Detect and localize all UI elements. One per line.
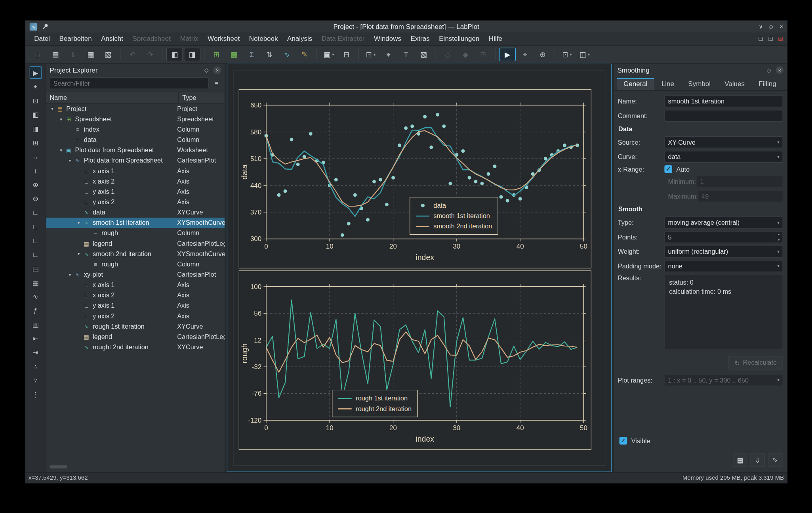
add-axis-top-tool-button[interactable]: ∟: [29, 234, 42, 247]
tree-row-index-column[interactable]: ≡indexColumn: [46, 124, 225, 135]
tab-general[interactable]: General: [617, 78, 654, 90]
crosshair-tool-button[interactable]: ⌖: [29, 80, 42, 93]
auto-label[interactable]: Auto: [676, 166, 690, 173]
tree-row-x-axis-1-axis[interactable]: ∟x axis 1Axis: [46, 280, 225, 290]
menu-notebook[interactable]: Notebook: [244, 33, 282, 45]
tree-row-y-axis-1-axis[interactable]: ∟y axis 1Axis: [46, 187, 225, 197]
scrollbar-thumb[interactable]: [50, 465, 67, 469]
tree-row-data-xycurve[interactable]: ∿dataXYCurve: [46, 207, 225, 218]
close-dock-icon[interactable]: ×: [776, 66, 783, 74]
tree-row-rought-2nd-iteration-xycurve[interactable]: ∿rought 2nd iterationXYCurve: [46, 342, 225, 352]
tab-filling[interactable]: Filling: [752, 78, 783, 90]
visible-label[interactable]: Visible: [631, 437, 650, 444]
tree-row-rough-column[interactable]: ≡roughColumn: [46, 259, 225, 270]
spin-down-icon[interactable]: ▾: [775, 237, 782, 243]
auto-scale-x-tool-button[interactable]: ↔: [29, 150, 42, 163]
new-spreadsheet-button[interactable]: ⊞: [208, 48, 225, 61]
points-input[interactable]: [664, 231, 783, 243]
type-select[interactable]: moving average (central) ▾: [664, 216, 783, 228]
menu-ansicht[interactable]: Ansicht: [97, 33, 128, 45]
menu-extras[interactable]: Extras: [406, 33, 435, 45]
plot-data-from-spreadsheet-plot[interactable]: 01020304050300370440510580650indexdata d…: [239, 89, 591, 268]
tree-row-plot-data-from-spreadsheet-worksheet[interactable]: ▾▣Plot data from SpreadsheetWorksheet: [46, 145, 225, 155]
expander-icon[interactable]: ▾: [66, 272, 73, 277]
maximize-window-icon[interactable]: ◇: [769, 23, 774, 30]
tree-row-smooth-1st-iteration-xysmoothcurve[interactable]: ▾∿smooth 1st iterationXYSmoothCurve: [46, 218, 225, 228]
zoom-select-button[interactable]: ⊡▾: [362, 48, 379, 61]
plot2-legend[interactable]: rough 1st iterationrought 2nd iteration: [332, 390, 418, 417]
source-select[interactable]: XY-Curve ▾: [664, 136, 783, 148]
fit-selection-button[interactable]: ⌖: [380, 48, 397, 61]
padding-select[interactable]: none ▾: [664, 260, 783, 272]
auto-scale-tool-button[interactable]: ⊞: [29, 136, 42, 149]
tree-row-spreadsheet-spreadsheet[interactable]: ▾⊞SpreadsheetSpreadsheet: [46, 114, 225, 124]
add-new-menu-button[interactable]: ◫▾: [576, 48, 593, 61]
menu-einstellungen[interactable]: Einstellungen: [435, 33, 484, 45]
tree-row-rough-1st-iteration-xycurve[interactable]: ∿rough 1st iterationXYCurve: [46, 321, 225, 331]
add-x-axis-tool-button[interactable]: ∟: [29, 206, 42, 218]
search-input[interactable]: [50, 77, 209, 89]
visible-checkbox[interactable]: ✓: [619, 437, 627, 445]
expander-icon[interactable]: ▾: [57, 117, 65, 122]
horizontal-scrollbar[interactable]: [49, 464, 222, 469]
zoom-menu-button[interactable]: ⊡▾: [559, 48, 576, 61]
new-worksheet-button[interactable]: ▣▾: [320, 48, 337, 61]
sort-data-button[interactable]: ⇅: [261, 48, 278, 61]
restore-child-icon[interactable]: ⊡: [768, 35, 773, 42]
float-dock-icon[interactable]: ◇: [767, 67, 771, 73]
zoom-mode-button[interactable]: ⊕: [534, 48, 551, 61]
cursor-mode-button[interactable]: ⌖: [517, 48, 534, 61]
tree-row-legend-cartesianplotlegend[interactable]: ▦legendCartesianPlotLegend: [46, 332, 225, 342]
toggle-project-explorer-button[interactable]: ◧: [166, 48, 183, 61]
select-tool-button[interactable]: ▶: [29, 66, 42, 78]
expander-icon[interactable]: ▾: [57, 148, 65, 153]
tree-row-y-axis-1-axis[interactable]: ∟y axis 1Axis: [46, 301, 225, 311]
menu-hilfe[interactable]: Hilfe: [484, 33, 507, 45]
tab-line[interactable]: Line: [655, 78, 681, 90]
auto-checkbox[interactable]: ✓: [664, 165, 672, 173]
comment-input[interactable]: [664, 110, 783, 122]
menu-analysis[interactable]: Analysis: [282, 33, 317, 45]
close-window-icon[interactable]: ×: [780, 23, 783, 30]
add-curve-tool-button[interactable]: ∿: [29, 290, 42, 302]
add-equation-curve-tool-button[interactable]: ƒ: [29, 304, 42, 316]
new-matrix-button[interactable]: ▦: [226, 48, 242, 61]
titlebar[interactable]: ∿ Project - [Plot data from Spreadsheet]…: [25, 21, 787, 33]
add-axis-right-tool-button[interactable]: ∟: [29, 248, 42, 260]
save-template-button[interactable]: ⇩: [750, 454, 765, 467]
zoom-y-region-tool-button[interactable]: ◨: [29, 122, 42, 134]
curve-select[interactable]: data ▾: [664, 151, 783, 163]
menu-windows[interactable]: Windows: [369, 33, 406, 45]
statistics-button[interactable]: Σ: [243, 48, 260, 61]
plot-data-button[interactable]: ∿: [278, 48, 295, 61]
tree-row-x-axis-1-axis[interactable]: ∟x axis 1Axis: [46, 166, 225, 176]
print-preview-button[interactable]: ▧: [100, 48, 116, 61]
add-plot-tool-button[interactable]: ▦: [29, 276, 42, 289]
edit-template-button[interactable]: ✎: [768, 454, 783, 467]
tree-row-rough-column[interactable]: ≡roughColumn: [46, 228, 225, 238]
tab-symbol[interactable]: Symbol: [681, 78, 717, 90]
recalculate-button[interactable]: ↻ Recalculate: [728, 356, 783, 369]
open-project-button[interactable]: ▤: [47, 48, 64, 61]
export-worksheet-button[interactable]: ⊟: [338, 48, 355, 61]
close-child-icon[interactable]: ⊠: [778, 35, 783, 42]
worksheet-view[interactable]: 01020304050300370440510580650indexdata d…: [227, 64, 612, 472]
toggle-properties-explorer-button[interactable]: ◨: [184, 48, 200, 61]
print-button[interactable]: ▦: [82, 48, 99, 61]
zoom-out-tool-button[interactable]: ⊖: [29, 192, 42, 205]
auto-scale-y-tool-button[interactable]: ↕: [29, 164, 42, 176]
xy-plot[interactable]: 01020304050-120-76-321256100indexrough r…: [239, 270, 591, 450]
tree-row-x-axis-2-axis[interactable]: ∟x axis 2Axis: [46, 290, 225, 301]
more-tools-2-button[interactable]: ∵: [29, 374, 42, 387]
expander-icon[interactable]: ▾: [66, 158, 73, 163]
menu-bearbeiten[interactable]: Bearbeiten: [55, 33, 97, 45]
new-project-button[interactable]: □: [30, 48, 46, 61]
plot1-legend[interactable]: datasmooth 1st iterationsmooth 2nd itera…: [410, 197, 498, 235]
select-mode-button[interactable]: ▶: [499, 48, 516, 61]
load-template-button[interactable]: ▤: [733, 454, 747, 467]
draw-button[interactable]: ✎: [296, 48, 313, 61]
more-tools-3-button[interactable]: ⋮: [29, 388, 42, 400]
menu-worksheet[interactable]: Worksheet: [203, 33, 244, 45]
float-dock-icon[interactable]: ◇: [204, 67, 209, 73]
add-legend-tool-button[interactable]: ▤: [29, 262, 42, 274]
